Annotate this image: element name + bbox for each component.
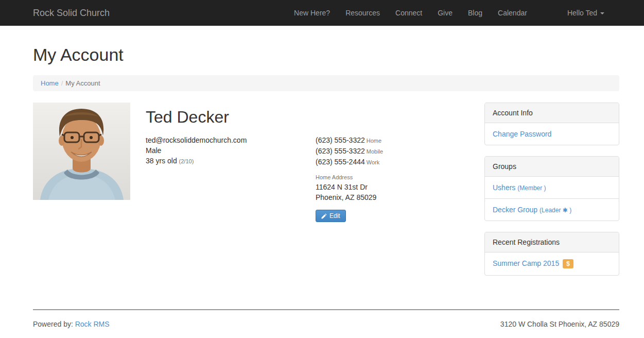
caret-down-icon: [600, 12, 604, 14]
recent-registrations-title: Recent Registrations: [485, 232, 619, 252]
groups-panel: Groups Ushers (Member ) Decker Group (Le…: [484, 156, 619, 221]
page-footer: Powered by: Rock RMS 3120 W Cholla St Ph…: [33, 309, 619, 328]
asterisk-icon: ✱: [563, 207, 568, 214]
nav-item-new-here[interactable]: New Here?: [286, 1, 338, 25]
account-info-title: Account Info: [485, 103, 619, 123]
powered-by: Powered by: Rock RMS: [33, 320, 110, 328]
user-menu-dropdown[interactable]: Hello Ted: [560, 1, 612, 25]
email-value: ted@rocksoliddemochurch.com: [146, 135, 316, 145]
brand-link[interactable]: Rock Solid Church: [33, 8, 110, 19]
group-link-decker-group[interactable]: Decker Group (Leader ✱ ): [493, 206, 571, 214]
person-name: Ted Decker: [146, 108, 484, 127]
nav-item-blog[interactable]: Blog: [460, 1, 490, 25]
group-row-ushers: Ushers (Member ): [485, 177, 619, 198]
edit-button[interactable]: Edit: [316, 210, 346, 222]
registration-link[interactable]: Summer Camp 2015: [493, 259, 559, 267]
rock-rms-link[interactable]: Rock RMS: [75, 320, 110, 328]
phone-work: (623) 555-2444Work: [316, 157, 383, 167]
phone-type-label: Home: [367, 138, 381, 144]
age-value: 38 yrs old (2/10): [146, 156, 316, 166]
gender-value: Male: [146, 145, 316, 156]
phone-mobile: (623) 555-3322Mobile: [316, 146, 383, 157]
group-row-decker-group: Decker Group (Leader ✱ ): [485, 198, 619, 221]
edit-button-label: Edit: [329, 212, 340, 219]
user-menu-label: Hello Ted: [567, 9, 597, 17]
group-link-ushers[interactable]: Ushers (Member ): [493, 183, 546, 192]
address-line-1: 11624 N 31st Dr: [316, 182, 383, 192]
footer-address: 3120 W Cholla St Phoenix, AZ 85029: [500, 320, 619, 328]
phone-home: (623) 555-3322Home: [316, 135, 383, 146]
birthday-value: (2/10): [179, 158, 194, 164]
contact-column: (623) 555-3322Home (623) 555-3322Mobile …: [316, 135, 383, 222]
top-navbar: Rock Solid Church New Here? Resources Co…: [0, 0, 644, 26]
home-address: Home Address 11624 N 31st Dr Phoenix, AZ…: [316, 173, 383, 202]
address-line-2: Phoenix, AZ 85029: [316, 192, 383, 202]
groups-title: Groups: [485, 157, 619, 177]
sidebar: Account Info Change Password Groups Ushe…: [484, 103, 619, 286]
pencil-icon: [321, 213, 327, 219]
address-label: Home Address: [316, 173, 383, 182]
breadcrumb-separator: /: [61, 79, 63, 87]
phone-type-label: Work: [367, 159, 379, 165]
nav-item-connect[interactable]: Connect: [388, 1, 430, 25]
main-nav: New Here? Resources Connect Give Blog Ca…: [286, 1, 612, 25]
nav-item-calendar[interactable]: Calendar: [490, 1, 535, 25]
recent-registrations-panel: Recent Registrations Summer Camp 2015$: [484, 232, 619, 276]
profile-photo: [33, 103, 130, 200]
profile-section: Ted Decker ted@rocksoliddemochurch.com M…: [33, 103, 484, 222]
account-info-panel: Account Info Change Password: [484, 103, 619, 145]
breadcrumb-current: My Account: [65, 79, 100, 87]
registration-row: Summer Camp 2015$: [485, 252, 619, 275]
change-password-link[interactable]: Change Password: [493, 130, 551, 138]
page-title: My Account: [33, 45, 619, 65]
phone-type-label: Mobile: [367, 148, 383, 155]
nav-item-resources[interactable]: Resources: [338, 1, 388, 25]
group-role: (Leader ✱ ): [539, 207, 571, 214]
breadcrumb-home-link[interactable]: Home: [41, 79, 59, 87]
breadcrumb: Home/My Account: [33, 75, 619, 91]
dollar-badge-icon: $: [563, 259, 573, 268]
nav-item-give[interactable]: Give: [430, 1, 460, 25]
bio-column: ted@rocksoliddemochurch.com Male 38 yrs …: [146, 135, 316, 222]
group-role: (Member ): [517, 184, 546, 192]
